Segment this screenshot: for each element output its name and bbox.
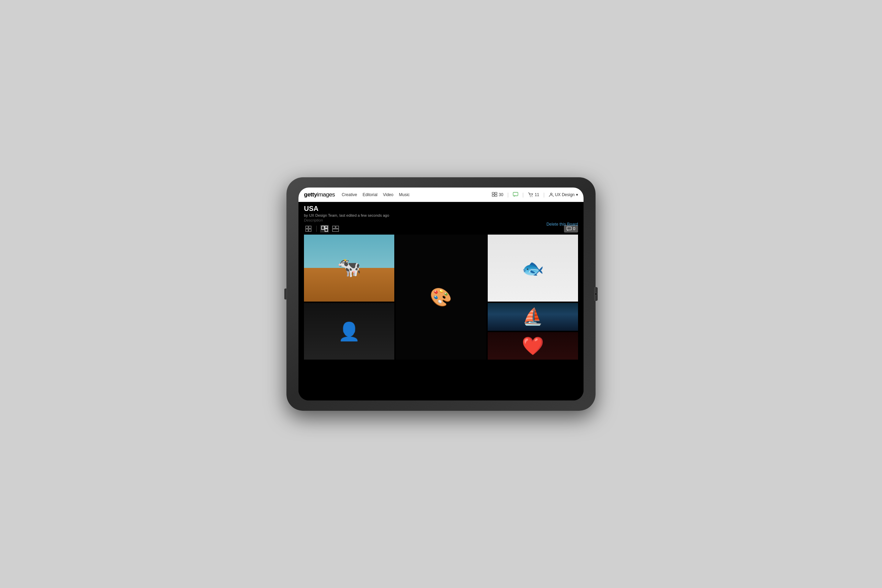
comment-count: 0 [573, 226, 575, 231]
svg-rect-0 [492, 192, 494, 194]
image-grid [304, 235, 578, 360]
svg-point-6 [532, 196, 532, 197]
board-header: USA by UX Design Team, last edited a few… [298, 202, 584, 235]
grid-view-icon [305, 226, 312, 232]
volume-button[interactable] [284, 288, 287, 300]
image-harbor[interactable] [488, 303, 578, 331]
cart-count: 11 [535, 192, 539, 197]
board-meta: by UX Design Team, last edited a few sec… [304, 213, 578, 218]
navbar: gettyimages Creative Editorial Video Mus… [298, 188, 584, 202]
image-paint-face[interactable] [396, 235, 486, 360]
svg-rect-14 [325, 229, 328, 231]
masonry-view-icon [321, 226, 328, 232]
app-container: gettyimages Creative Editorial Video Mus… [298, 188, 584, 400]
image-cow[interactable] [304, 235, 394, 302]
svg-rect-10 [306, 229, 308, 231]
svg-rect-12 [321, 226, 324, 230]
svg-rect-16 [336, 226, 339, 228]
user-menu[interactable]: UX Design ▾ [549, 192, 578, 197]
nav-video[interactable]: Video [383, 192, 393, 197]
separator-1: | [507, 192, 508, 198]
svg-rect-18 [567, 226, 572, 230]
svg-rect-9 [309, 226, 311, 228]
view-masonry-button[interactable] [320, 225, 329, 232]
chat-icon [513, 192, 518, 198]
user-dropdown-arrow: ▾ [576, 192, 578, 197]
svg-rect-13 [325, 226, 328, 228]
view-list-button[interactable] [331, 225, 340, 232]
comment-icon [567, 226, 572, 231]
svg-point-7 [550, 193, 552, 195]
site-logo[interactable]: gettyimages [304, 191, 335, 198]
delete-board-button[interactable]: Delete this Board [546, 222, 578, 226]
svg-rect-11 [309, 229, 311, 231]
separator-2: | [522, 192, 524, 198]
image-hijab[interactable] [304, 303, 394, 360]
nav-editorial[interactable]: Editorial [363, 192, 378, 197]
image-grid-container [298, 235, 584, 400]
svg-rect-4 [513, 192, 518, 196]
tablet-screen: gettyimages Creative Editorial Video Mus… [298, 188, 584, 400]
navbar-actions: 30 | | [492, 192, 578, 198]
svg-rect-2 [492, 195, 494, 196]
svg-rect-15 [333, 226, 335, 228]
svg-point-5 [530, 196, 531, 197]
boards-icon [492, 192, 497, 198]
cart-icon [528, 192, 533, 198]
chat-action[interactable] [513, 192, 518, 198]
power-button[interactable] [594, 287, 598, 301]
view-toggles [304, 225, 340, 232]
svg-rect-8 [306, 226, 308, 228]
nav-creative[interactable]: Creative [342, 192, 357, 197]
boards-action[interactable]: 30 [492, 192, 503, 198]
separator-3: | [543, 192, 545, 198]
image-fish-bowl[interactable] [488, 235, 578, 302]
svg-rect-1 [495, 192, 497, 194]
main-nav: Creative Editorial Video Music [342, 192, 492, 197]
tablet-device: gettyimages Creative Editorial Video Mus… [286, 177, 596, 411]
user-icon [549, 192, 554, 197]
user-name: UX Design [555, 192, 574, 197]
image-bottom-right [488, 303, 578, 360]
board-controls: 0 [298, 223, 584, 235]
view-grid-button[interactable] [304, 225, 313, 232]
board-title: USA [304, 205, 578, 213]
svg-rect-17 [333, 229, 339, 231]
boards-count: 30 [499, 192, 503, 197]
list-view-icon [332, 226, 339, 232]
image-couple[interactable] [488, 332, 578, 360]
svg-rect-3 [495, 195, 497, 196]
cart-action[interactable]: 11 [528, 192, 539, 198]
nav-music[interactable]: Music [399, 192, 410, 197]
board-description[interactable]: Description [304, 218, 578, 222]
